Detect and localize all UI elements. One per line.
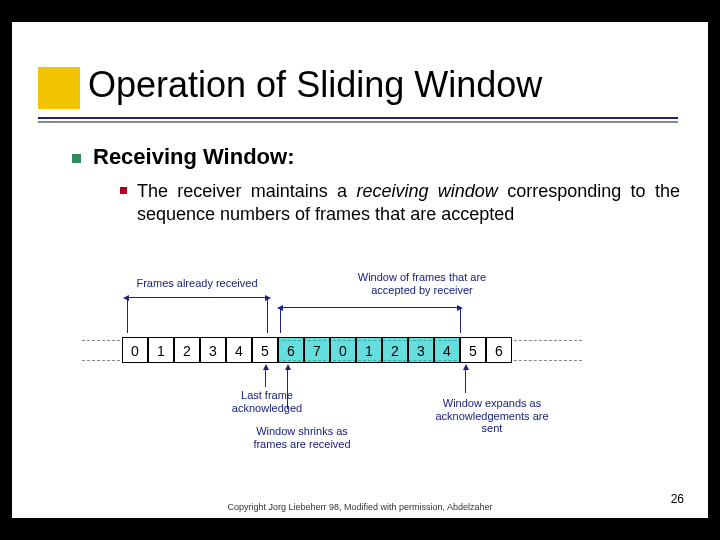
- cell: 5: [252, 337, 278, 363]
- bullet2-part-a: The receiver maintains a: [137, 181, 356, 201]
- accent-square: [38, 67, 80, 109]
- label-expands: Window expands as acknowledgements are s…: [412, 397, 572, 435]
- tick-win-right: [460, 307, 461, 333]
- tick-win-left: [280, 307, 281, 333]
- cell: 7: [304, 337, 330, 363]
- label-frames-received: Frames already received: [122, 277, 272, 290]
- arrow-expands: [465, 369, 466, 393]
- arrow-frames-received: [128, 297, 266, 298]
- cells-row: 012345670123456: [122, 337, 512, 363]
- cell: 4: [226, 337, 252, 363]
- cell: 6: [278, 337, 304, 363]
- slide: Operation of Sliding Window Receiving Wi…: [12, 22, 708, 518]
- cell: 1: [356, 337, 382, 363]
- sliding-window-diagram: Frames already received Window of frames…: [122, 277, 622, 467]
- cell: 4: [434, 337, 460, 363]
- cell: 2: [174, 337, 200, 363]
- cell: 3: [408, 337, 434, 363]
- tick-left: [127, 297, 128, 333]
- page-number: 26: [671, 492, 684, 506]
- bullet1-text: Receiving Window:: [93, 144, 294, 169]
- tick-right: [267, 297, 268, 333]
- bullet2-italic: receiving window: [356, 181, 497, 201]
- label-last-ack: Last frame acknowledged: [212, 389, 322, 414]
- label-window-accepted: Window of frames that are accepted by re…: [332, 271, 512, 296]
- bullet-level2: The receiver maintains a receiving windo…: [120, 180, 680, 225]
- cell: 3: [200, 337, 226, 363]
- square-bullet-icon: [72, 154, 81, 163]
- cell: 6: [486, 337, 512, 363]
- page-title: Operation of Sliding Window: [88, 64, 542, 106]
- copyright-text: Copyright Jorg Liebeherr 98, Modified wi…: [12, 502, 708, 512]
- cell: 0: [330, 337, 356, 363]
- square-bullet-icon: [120, 187, 127, 194]
- bullet2-text: The receiver maintains a receiving windo…: [137, 180, 680, 225]
- arrow-shrinks: [287, 369, 288, 409]
- arrow-window-accepted: [282, 307, 458, 308]
- arrow-last-ack: [265, 369, 266, 387]
- cell: 1: [148, 337, 174, 363]
- bullet-level1: Receiving Window:: [72, 144, 692, 170]
- cell: 0: [122, 337, 148, 363]
- cell: 2: [382, 337, 408, 363]
- title-underline: [38, 117, 678, 121]
- cell: 5: [460, 337, 486, 363]
- label-shrinks: Window shrinks as frames are received: [232, 425, 372, 450]
